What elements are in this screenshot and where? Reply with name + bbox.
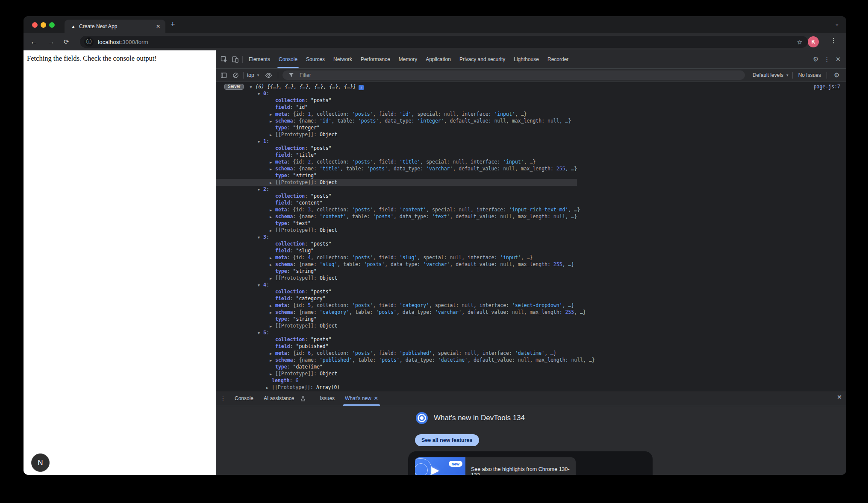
tree-caret-icon[interactable]: ▼	[258, 91, 263, 97]
tree-caret-icon[interactable]: ▶	[270, 213, 275, 220]
tab-network[interactable]: Network	[329, 50, 356, 68]
log-levels-selector[interactable]: Default levels	[753, 72, 783, 78]
tree-caret-icon[interactable]: ▶	[266, 384, 272, 391]
drawer-tab-ai-assistance[interactable]: AI assistance	[259, 391, 315, 406]
see-all-new-features-button[interactable]: See all new features	[415, 434, 479, 446]
tree-caret-icon[interactable]: ▶	[270, 309, 275, 316]
tree-caret-icon[interactable]: ▶	[270, 227, 275, 234]
tree-caret-icon[interactable]: ▶	[270, 254, 275, 261]
tab-console[interactable]: Console	[274, 50, 302, 68]
tab-search-chevron-icon[interactable]: ⌄	[835, 20, 839, 27]
browser-menu-icon[interactable]: ⋮	[830, 37, 837, 44]
tab-performance[interactable]: Performance	[356, 50, 394, 68]
tree-caret-icon[interactable]: ▼	[258, 138, 263, 145]
whats-new-card: ▶ new See also the highlights from Chrom…	[408, 451, 653, 475]
console-row: ▼1:	[216, 138, 846, 145]
forward-button[interactable]: →	[47, 37, 55, 47]
back-button[interactable]: ←	[30, 37, 38, 47]
tree-caret-icon[interactable]: ▶	[270, 371, 275, 377]
close-tab-icon[interactable]: ✕	[156, 23, 160, 29]
video-thumbnail: ▶ new	[415, 457, 465, 475]
console-token: , special:	[426, 207, 459, 213]
tree-caret-icon[interactable]: ▶	[270, 111, 275, 118]
tree-caret-icon[interactable]: ▼	[258, 186, 263, 193]
tree-caret-icon[interactable]: ▶	[270, 132, 275, 138]
new-tab-button[interactable]: +	[171, 20, 175, 29]
tree-caret-icon[interactable]: ▼	[258, 282, 263, 289]
drawer-tab-issues[interactable]: Issues	[315, 391, 340, 406]
tab-memory[interactable]: Memory	[394, 50, 421, 68]
tree-caret-icon[interactable]: ▶	[270, 357, 275, 364]
devtools-close-icon[interactable]: ✕	[833, 54, 844, 65]
tree-caret-icon[interactable]: ▶	[270, 118, 275, 125]
device-toolbar-icon[interactable]	[230, 54, 241, 65]
close-window-button[interactable]	[32, 22, 38, 28]
tab-application[interactable]: Application	[421, 50, 455, 68]
tree-caret-icon[interactable]: ▶	[270, 261, 275, 268]
tab-recorder[interactable]: Recorder	[543, 50, 573, 68]
tab-privacy-and-security[interactable]: Privacy and security	[455, 50, 509, 68]
site-info-icon[interactable]: ⓘ	[84, 37, 94, 47]
console-token: null	[462, 302, 474, 308]
minimize-window-button[interactable]	[41, 22, 46, 28]
console-row: ▶meta: {id: 1, collection: 'posts', fiel…	[216, 111, 846, 117]
tree-caret-icon[interactable]: ▶	[270, 302, 275, 309]
tab-lighthouse[interactable]: Lighthouse	[509, 50, 543, 68]
inspect-element-icon[interactable]	[218, 54, 230, 65]
tree-caret-icon[interactable]: ▶	[270, 207, 275, 213]
console-sidebar-icon[interactable]	[218, 70, 229, 80]
source-location-link[interactable]: page.js:7	[814, 83, 840, 90]
tree-caret-icon[interactable]: ▶	[270, 275, 275, 282]
close-drawer-tab-icon[interactable]: ✕	[374, 395, 378, 401]
info-badge-icon[interactable]: i	[359, 85, 364, 90]
console-token: 'category'	[400, 302, 429, 308]
browser-tab[interactable]: ▲ Create Next App ✕	[65, 20, 165, 33]
console-token: "posts"	[311, 336, 331, 342]
console-token: , max_length:	[512, 213, 553, 219]
console-settings-gear-icon[interactable]: ⚙	[832, 70, 842, 80]
url-text[interactable]: localhost:3000/form	[98, 39, 148, 45]
console-filter-input[interactable]: Filter	[282, 70, 745, 80]
tab-elements[interactable]: Elements	[244, 50, 274, 68]
tree-caret-icon[interactable]: ▼	[250, 84, 255, 91]
drawer-tab-console[interactable]: Console	[230, 391, 259, 406]
chevron-down-icon: ▾	[257, 73, 259, 77]
issues-counter[interactable]: No Issues	[798, 72, 821, 78]
console-token: 'title'	[400, 159, 420, 165]
bookmark-star-icon[interactable]: ☆	[797, 38, 803, 46]
highlight-row[interactable]: ▶ new See also the highlights from Chrom…	[415, 457, 576, 475]
tree-caret-icon[interactable]: ▶	[270, 350, 275, 357]
console-token: collection	[275, 241, 305, 247]
tree-caret-icon[interactable]: ▶	[270, 159, 275, 166]
address-bar[interactable]: ⓘ localhost:3000/form ☆	[80, 36, 808, 48]
tree-caret-icon[interactable]: ▶	[270, 166, 275, 173]
close-drawer-icon[interactable]: ✕	[837, 394, 842, 401]
tree-caret-icon[interactable]: ▶	[270, 179, 275, 186]
reload-button[interactable]: ⟳	[64, 37, 69, 47]
zoom-window-button[interactable]	[49, 22, 55, 28]
context-selector[interactable]: top	[247, 72, 254, 78]
highlight-link[interactable]: See also the highlights from Chrome 130-…	[465, 457, 576, 475]
clear-console-icon[interactable]	[230, 70, 241, 80]
profile-avatar[interactable]: K	[808, 36, 819, 47]
live-expression-eye-icon[interactable]	[263, 70, 274, 80]
console-token: 255	[565, 309, 574, 315]
tree-caret-icon[interactable]: ▼	[258, 330, 263, 336]
console-token: 'posts'	[352, 207, 373, 213]
console-token: Object	[320, 275, 338, 281]
console-token: 'input'	[494, 111, 515, 117]
devtools-settings-gear-icon[interactable]: ⚙	[810, 54, 821, 65]
tree-caret-icon[interactable]: ▼	[258, 234, 263, 241]
devtools-menu-icon[interactable]: ⋮	[821, 54, 833, 65]
chrome-devtools-logo-icon	[415, 411, 429, 425]
console-token: :	[290, 377, 296, 383]
drawer-tab-whats-new[interactable]: What's new ✕	[340, 391, 383, 406]
tree-caret-icon[interactable]: ▶	[270, 323, 275, 330]
console-token: meta	[275, 302, 287, 308]
drawer-menu-icon[interactable]: ⋮	[218, 394, 228, 403]
console-token: , collection:	[311, 111, 352, 117]
console-token: type	[275, 316, 287, 322]
console-token: Object	[320, 132, 338, 137]
tab-sources[interactable]: Sources	[302, 50, 329, 68]
nextjs-dev-button[interactable]: N	[31, 453, 50, 472]
